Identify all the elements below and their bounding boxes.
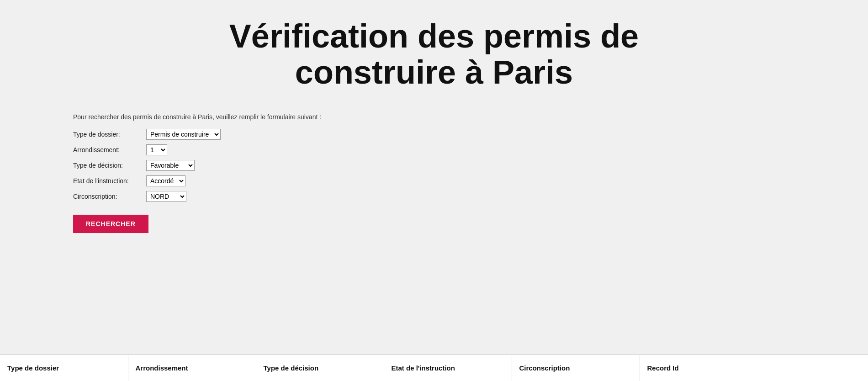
type-dossier-row: Type de dossier: Permis de construire Dé… [73, 129, 795, 140]
form-description: Pour rechercher des permis de construire… [73, 113, 795, 121]
col-header-arrondissement: Arrondissement [128, 355, 256, 381]
results-table: Type de dossier Arrondissement Type de d… [0, 355, 868, 381]
arrondissement-select[interactable]: 1234 5678 9101112 13141516 17181920 [146, 144, 167, 155]
type-decision-label: Type de décision: [73, 162, 146, 169]
circonscription-label: Circonscription: [73, 193, 146, 200]
etat-instruction-label: Etat de l'instruction: [73, 177, 146, 185]
col-header-type-dossier: Type de dossier [0, 355, 128, 381]
circonscription-select[interactable]: NORD SUD EST OUEST CENTRE [146, 191, 186, 202]
col-header-type-decision: Type de décision [256, 355, 384, 381]
page-title: Vérification des permis de construire à … [73, 18, 795, 90]
type-dossier-select[interactable]: Permis de construire Déclaration préalab… [146, 129, 221, 140]
arrondissement-label: Arrondissement: [73, 146, 146, 153]
col-header-record-id: Record Id [640, 355, 868, 381]
main-content: Vérification des permis de construire à … [0, 0, 868, 354]
type-decision-row: Type de décision: Favorable Défavorable … [73, 160, 795, 171]
col-header-circonscription: Circonscription [512, 355, 640, 381]
etat-instruction-select[interactable]: Accordé Refusé En cours [146, 175, 185, 186]
page-container: Vérification des permis de construire à … [0, 0, 868, 381]
results-table-section: Type de dossier Arrondissement Type de d… [0, 354, 868, 381]
search-button[interactable]: RECHERCHER [73, 215, 148, 233]
type-decision-select[interactable]: Favorable Défavorable Sans suite [146, 160, 195, 171]
type-dossier-label: Type de dossier: [73, 131, 146, 138]
etat-instruction-row: Etat de l'instruction: Accordé Refusé En… [73, 175, 795, 186]
circonscription-row: Circonscription: NORD SUD EST OUEST CENT… [73, 191, 795, 202]
col-header-etat-instruction: Etat de l'instruction [384, 355, 512, 381]
arrondissement-row: Arrondissement: 1234 5678 9101112 131415… [73, 144, 795, 155]
